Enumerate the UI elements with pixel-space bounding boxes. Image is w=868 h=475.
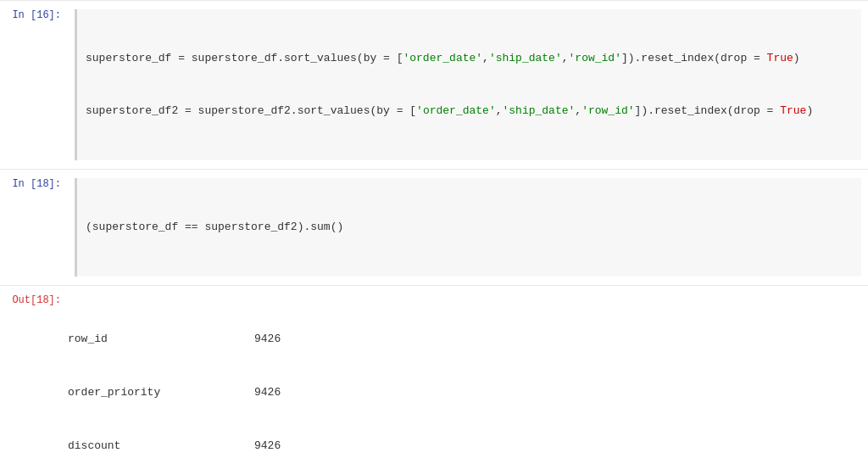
cell-18-input: (superstore_df == superstore_df2).sum() (75, 178, 861, 277)
code-text: superstore_df2 = superstore_df2.sort_val… (86, 104, 416, 117)
notebook: In [16]: superstore_df = superstore_df.s… (0, 0, 868, 475)
code-text: , (562, 52, 569, 64)
code-text: ) (806, 104, 813, 117)
cell-16: In [16]: superstore_df = superstore_df.s… (0, 0, 868, 169)
output-row-order_priority: order_priority9426 (68, 383, 868, 401)
code-text: , (482, 52, 489, 64)
code-text: ]).reset_index(drop = (635, 104, 781, 117)
code-keyword: True (780, 104, 806, 117)
cell-16-input: superstore_df = superstore_df.sort_value… (75, 9, 861, 160)
code-text: ]).reset_index(drop = (621, 52, 767, 64)
output-row-row_id: row_id9426 (68, 330, 868, 348)
code-text: ) (793, 52, 800, 64)
code-string: 'row_id' (581, 104, 634, 117)
output-field: row_id (68, 330, 254, 348)
cell-18-input-row: In [18]: (superstore_df == superstore_df… (0, 169, 868, 285)
code-string: 'order_date' (416, 104, 496, 117)
output-value: 9426 (254, 383, 305, 401)
cell-18-output-row: Out[18]: row_id9426 order_priority9426 d… (0, 285, 868, 475)
output-field: order_priority (68, 383, 254, 401)
cell-18-in-label: In [18]: (0, 175, 68, 190)
cell-16-content: superstore_df = superstore_df.sort_value… (68, 6, 868, 164)
output-field: discount (68, 437, 254, 455)
output-value: 9426 (254, 437, 305, 455)
output-value: 9426 (254, 330, 305, 348)
code-string: 'ship_date' (489, 52, 562, 64)
code-text: (superstore_df == superstore_df2).sum() (86, 221, 343, 233)
code-keyword: True (767, 52, 793, 64)
output-row-discount: discount9426 (68, 437, 868, 455)
code-string: 'ship_date' (503, 104, 576, 117)
cell-18-output: row_id9426 order_priority9426 discount94… (68, 291, 868, 475)
code-text: , (575, 104, 581, 117)
code-text: , (496, 104, 503, 117)
cell-18-out-label: Out[18]: (0, 291, 68, 306)
cell-16-line-1: superstore_df = superstore_df.sort_value… (86, 50, 853, 68)
code-text: superstore_df = superstore_df.sort_value… (86, 52, 403, 64)
code-string: 'order_date' (403, 52, 482, 64)
code-string: 'row_id' (569, 52, 621, 64)
cell-18-content: (superstore_df == superstore_df2).sum() (68, 175, 868, 280)
cell-16-in-label: In [16]: (0, 6, 68, 21)
cell-16-line-2: superstore_df2 = superstore_df2.sort_val… (86, 103, 853, 120)
cell-18-line-1: (superstore_df == superstore_df2).sum() (86, 219, 853, 237)
